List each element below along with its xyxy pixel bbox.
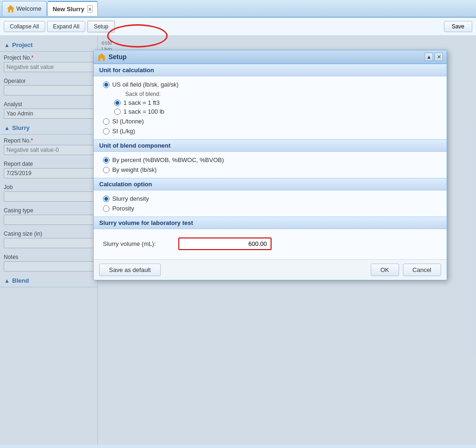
unit-calc-radio-group: US oil field (lb/sk, gal/sk) Sack of ble… bbox=[103, 81, 437, 135]
unit-blend-section-bar: Unit of blend component bbox=[94, 139, 447, 152]
calc-option-content: Slurry density Porosity bbox=[94, 190, 447, 217]
save-default-button[interactable]: Save as default bbox=[99, 264, 161, 276]
home-icon bbox=[7, 5, 14, 13]
collapse-all-button[interactable]: Collapse All bbox=[4, 21, 45, 32]
slurry-volume-label: Slurry volume (mL): bbox=[103, 240, 173, 247]
dialog-minimize-btn[interactable]: ▲ bbox=[425, 53, 433, 61]
tab-new-slurry[interactable]: New Slurry x bbox=[48, 1, 98, 16]
save-button[interactable]: Save bbox=[444, 21, 472, 32]
radio-si-lkg[interactable]: SI (L/kg) bbox=[103, 128, 437, 135]
radio-by-weight[interactable]: By weight (lb/sk) bbox=[103, 166, 437, 173]
cancel-button[interactable]: Cancel bbox=[403, 264, 441, 276]
setup-button[interactable]: Setup bbox=[87, 20, 115, 33]
radio-1sack-100lb[interactable]: 1 sack = 100 lb bbox=[114, 108, 437, 115]
expand-all-button[interactable]: Expand All bbox=[47, 21, 86, 32]
setup-dialog: Setup ▲ ✕ Unit for calculation US oil fi… bbox=[93, 50, 447, 280]
slurry-volume-row: Slurry volume (mL): bbox=[103, 238, 437, 250]
radio-porosity-input[interactable] bbox=[103, 205, 109, 212]
tab-welcome[interactable]: Welcome bbox=[2, 1, 47, 16]
radio-si-ltonne-input[interactable] bbox=[103, 118, 109, 125]
radio-by-percent[interactable]: By percent (%BWOB, %BWOC, %BVOB) bbox=[103, 156, 437, 163]
dialog-titlebar: Setup ▲ ✕ bbox=[94, 50, 447, 64]
unit-calc-content: US oil field (lb/sk, gal/sk) Sack of ble… bbox=[94, 76, 447, 139]
radio-slurry-density[interactable]: Slurry density bbox=[103, 195, 437, 202]
radio-si-lkg-input[interactable] bbox=[103, 128, 109, 135]
unit-blend-content: By percent (%BWOB, %BWOC, %BVOB) By weig… bbox=[94, 152, 447, 178]
tab-bar: Welcome New Slurry x bbox=[0, 0, 476, 18]
unit-blend-radio-group: By percent (%BWOB, %BWOC, %BVOB) By weig… bbox=[103, 156, 437, 173]
tab-new-slurry-label: New Slurry bbox=[53, 6, 84, 13]
ok-button[interactable]: OK bbox=[371, 264, 399, 276]
dialog-footer: Save as default OK Cancel bbox=[94, 259, 447, 280]
radio-us-oilfield[interactable]: US oil field (lb/sk, gal/sk) bbox=[103, 81, 437, 88]
radio-1sack-100lb-input[interactable] bbox=[114, 109, 121, 115]
tab-welcome-label: Welcome bbox=[16, 5, 41, 12]
main-content: ▲ Project Project No.* Operator Analyst … bbox=[0, 36, 476, 445]
slurry-volume-section-bar: Slurry volume for laboratory test bbox=[94, 217, 447, 229]
unit-calc-section-bar: Unit for calculation bbox=[94, 64, 447, 76]
slurry-volume-content: Slurry volume (mL): bbox=[94, 229, 447, 259]
sack-label: Sack of blend: bbox=[114, 91, 437, 97]
dialog-title-text: Setup bbox=[109, 53, 423, 61]
radio-us-oilfield-input[interactable] bbox=[103, 81, 109, 88]
slurry-volume-input[interactable] bbox=[178, 238, 272, 250]
dialog-overlay: Setup ▲ ✕ Unit for calculation US oil fi… bbox=[0, 36, 476, 445]
radio-si-ltonne[interactable]: SI (L/tonne) bbox=[103, 118, 437, 125]
radio-by-percent-input[interactable] bbox=[103, 157, 109, 163]
dialog-close-btn[interactable]: ✕ bbox=[435, 53, 443, 61]
calc-option-radio-group: Slurry density Porosity bbox=[103, 195, 437, 212]
setup-title-icon bbox=[97, 53, 106, 61]
radio-by-weight-input[interactable] bbox=[103, 167, 109, 173]
sack-blend-group: Sack of blend: 1 sack = 1 ft3 1 sack = 1… bbox=[114, 91, 437, 115]
radio-1sack-ft3[interactable]: 1 sack = 1 ft3 bbox=[114, 99, 437, 106]
dialog-body: Unit for calculation US oil field (lb/sk… bbox=[94, 64, 447, 259]
radio-1sack-ft3-input[interactable] bbox=[114, 100, 121, 106]
radio-porosity[interactable]: Porosity bbox=[103, 205, 437, 212]
calc-option-section-bar: Calculation option bbox=[94, 178, 447, 190]
toolbar: Collapse All Expand All Setup Save bbox=[0, 18, 476, 36]
tab-close-btn[interactable]: x bbox=[87, 5, 93, 13]
radio-slurry-density-input[interactable] bbox=[103, 196, 109, 202]
